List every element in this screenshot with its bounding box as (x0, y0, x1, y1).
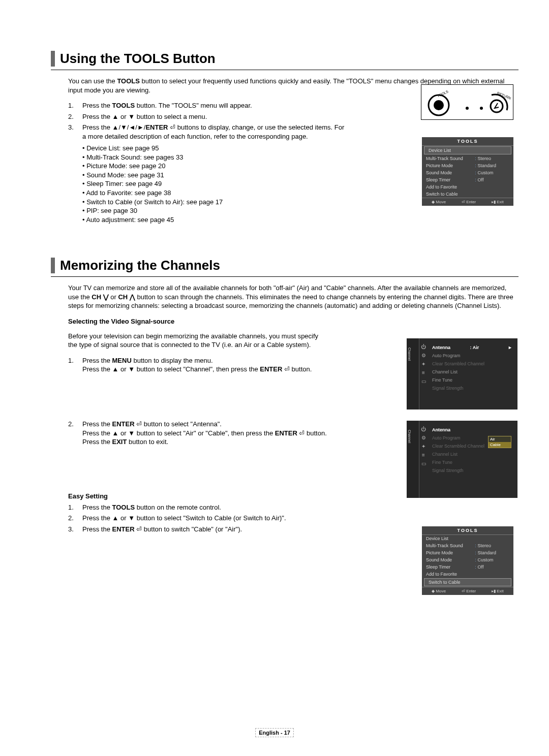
network-icon: ≡ (419, 451, 428, 459)
channel-osd-2: Channel ⏻ ⚙ ✦ ≡ ▭ Antenna Auto Program C… (407, 421, 517, 498)
page-footer: English - 17 (0, 730, 549, 736)
gear-icon: ⚙ (419, 351, 428, 360)
network-icon: ≡ (419, 368, 428, 377)
gear-icon: ✦ (419, 442, 428, 451)
tools-menu-screenshot-1: TOOLS Device List Multi-Track Sound:Ster… (422, 137, 513, 206)
cast-icon: ▭ (419, 377, 428, 386)
section-title-memorizing: Memorizing the Channels (51, 258, 518, 273)
channel-osd-1: Channel ⏻ ⚙ ✦ ≡ ▭ Antenna: Air► Auto Pro… (407, 338, 517, 410)
tools-menu-screenshot-2: TOOLS Device List Multi-Track Sound:Ster… (422, 526, 513, 595)
signal-source-para: Before your television can begin memoriz… (68, 332, 327, 350)
antenna-dropdown: Air Cable (488, 436, 511, 448)
divider (51, 276, 518, 277)
subhead-signal-source: Selecting the Video Signal-source (68, 318, 518, 325)
gear-icon: ✦ (419, 360, 428, 368)
svg-point-3 (466, 107, 469, 110)
gear-icon: ⚙ (419, 433, 428, 442)
section-title-tools: Using the TOOLS Button (51, 51, 518, 67)
svg-point-4 (480, 107, 483, 110)
power-icon: ⏻ (419, 425, 428, 433)
cast-icon: ▭ (419, 459, 428, 468)
svg-point-5 (491, 100, 503, 112)
svg-point-1 (434, 100, 444, 110)
memorizing-intro: Your TV can memorize and store all of th… (68, 284, 518, 310)
remote-illustration: TOOLS RETURN (421, 84, 513, 120)
power-icon: ⏻ (419, 342, 428, 351)
divider (51, 70, 518, 70)
